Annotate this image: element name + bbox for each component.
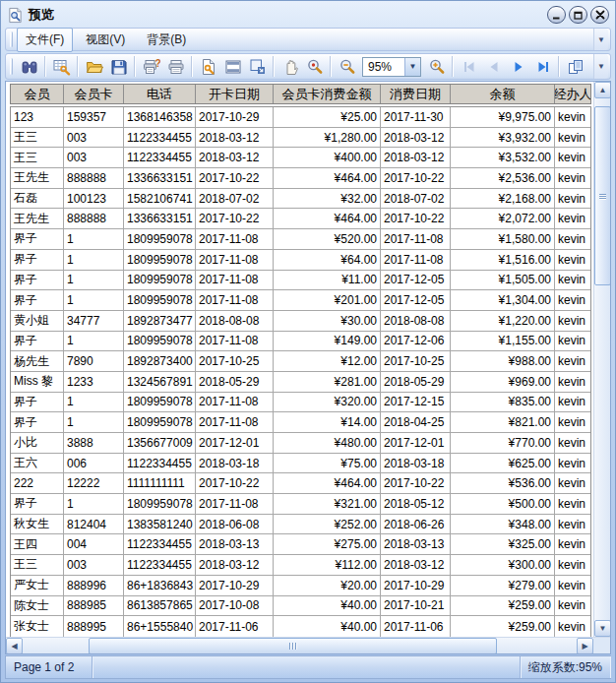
cell: 王先生: [11, 209, 64, 228]
cell: 123: [11, 107, 64, 127]
cell: ¥30.00: [274, 311, 381, 331]
menu-item-background[interactable]: 背景(B): [138, 28, 195, 52]
cell: 1809959078: [124, 494, 196, 514]
scroll-up-button[interactable]: ▲: [594, 82, 610, 98]
cell: kevin: [555, 332, 590, 351]
fit-page-button[interactable]: [245, 55, 270, 78]
cell: ¥40.00: [274, 616, 381, 637]
cell: 86+1555840: [124, 616, 196, 637]
cell: 王先生: [11, 168, 64, 188]
zoom-combobox-dropdown-button[interactable]: ▼: [404, 58, 420, 76]
cell: ¥12.00: [274, 351, 381, 371]
toolbar-overflow-button[interactable]: ▼: [593, 54, 608, 79]
scroll-down-button[interactable]: ▼: [594, 620, 610, 637]
cell: ¥2,168.00: [451, 189, 555, 209]
pan-button[interactable]: [277, 55, 302, 78]
cell: kevin: [555, 148, 590, 167]
fit-width-button[interactable]: [220, 55, 245, 78]
cell: 2017-11-08: [381, 250, 451, 270]
column-header: 会员卡消费金额: [274, 85, 381, 103]
minimize-icon: [552, 6, 561, 24]
vertical-scrollbar[interactable]: ▲ ▼: [593, 82, 610, 637]
cell: 1356677009: [124, 433, 196, 453]
cell: ¥75.00: [274, 454, 381, 473]
cell: ¥625.00: [451, 454, 555, 473]
cell: kevin: [555, 393, 590, 412]
cell: kevin: [555, 372, 590, 392]
vertical-scroll-thumb[interactable]: [594, 106, 610, 285]
horizontal-scrollbar[interactable]: ◀ ▶: [6, 637, 610, 653]
horizontal-scroll-thumb[interactable]: [89, 638, 497, 654]
menubar-overflow-button[interactable]: ▼: [593, 29, 608, 50]
cell: ¥969.00: [451, 372, 555, 392]
column-header: 消费日期: [381, 85, 451, 103]
cell: ¥279.00: [451, 576, 555, 595]
cell: 2017-10-22: [196, 473, 274, 493]
cell: ¥275.00: [274, 534, 381, 554]
fit-page-icon: [249, 58, 267, 76]
cell: kevin: [555, 596, 590, 616]
magnifier-icon: [306, 58, 324, 76]
cell: ¥1,580.00: [451, 229, 555, 249]
titlebar: 预览: [5, 1, 611, 27]
cell: ¥14.00: [274, 412, 381, 432]
find-button[interactable]: [17, 55, 41, 78]
toolbar-grip[interactable]: [10, 58, 13, 76]
first-page-button[interactable]: [457, 55, 481, 78]
cell: 1233: [64, 372, 124, 392]
menu-item-file[interactable]: 文件(F): [17, 28, 73, 52]
cell: 2018-05-29: [196, 372, 274, 392]
menu-item-view[interactable]: 视图(V): [77, 28, 134, 52]
cell: kevin: [555, 290, 590, 310]
cell: 界子: [11, 229, 64, 249]
scroll-right-button[interactable]: ▶: [577, 638, 593, 654]
cell: ¥64.00: [274, 250, 381, 270]
menubar-grip[interactable]: [10, 31, 13, 46]
cell: 1324567891: [124, 372, 196, 392]
maximize-button[interactable]: [569, 6, 587, 24]
table-setup-button[interactable]: [49, 55, 74, 78]
report-client-area: 会员会员卡电话开卡日期会员卡消费金额消费日期余额经办人 123159357136…: [5, 81, 611, 654]
zoom-button[interactable]: [302, 55, 327, 78]
minimize-button[interactable]: [547, 6, 566, 24]
table-row: 陈女士88898586138578652017-10-08¥40.002017-…: [11, 596, 590, 617]
save-button[interactable]: [106, 55, 131, 78]
cell: 2017-11-30: [381, 107, 451, 127]
prev-page-button[interactable]: [481, 55, 506, 78]
cell: 1809959078: [124, 332, 196, 351]
table-header-row: 会员会员卡电话开卡日期会员卡消费金额消费日期余额经办人: [10, 84, 591, 104]
zoom-out-button[interactable]: [335, 55, 359, 78]
print-setup-button[interactable]: ?: [139, 55, 163, 78]
cell: 2018-07-02: [381, 189, 451, 209]
cell: kevin: [555, 555, 590, 575]
zoom-in-button[interactable]: [424, 55, 449, 78]
cell: 2018-04-25: [381, 412, 451, 432]
cell: ¥149.00: [274, 332, 381, 351]
open-button[interactable]: [82, 55, 106, 78]
table-row: 小比388813566770092017-12-01¥480.002017-12…: [11, 433, 590, 454]
cell: 2018-03-12: [381, 555, 451, 575]
multi-page-button[interactable]: [563, 55, 587, 78]
multipage-icon: [567, 58, 585, 76]
next-page-icon: [510, 58, 527, 76]
cell: 2018-07-02: [196, 189, 274, 209]
cell: 2018-06-26: [381, 515, 451, 534]
print-button[interactable]: [163, 55, 188, 78]
next-page-button[interactable]: [506, 55, 530, 78]
scroll-left-button[interactable]: ◀: [6, 638, 23, 654]
cell: 2018-03-13: [196, 534, 274, 554]
cell: 2018-03-18: [381, 454, 451, 473]
cell: 1809959078: [124, 271, 196, 290]
cell: ¥1,516.00: [451, 250, 555, 270]
close-button[interactable]: [590, 6, 609, 24]
cell: 2017-10-22: [381, 473, 451, 493]
last-page-button[interactable]: [530, 55, 555, 78]
cell: 2018-03-13: [381, 534, 451, 554]
zoom-level-combobox[interactable]: 95%▼: [362, 57, 421, 77]
page-setup-button[interactable]: [196, 55, 220, 78]
cell: kevin: [555, 209, 590, 228]
table-row: 王三00311223344552018-03-12¥112.002018-03-…: [11, 555, 590, 576]
cell: 王六: [11, 454, 64, 473]
cell: 003: [64, 555, 124, 575]
cell: ¥464.00: [274, 209, 381, 228]
